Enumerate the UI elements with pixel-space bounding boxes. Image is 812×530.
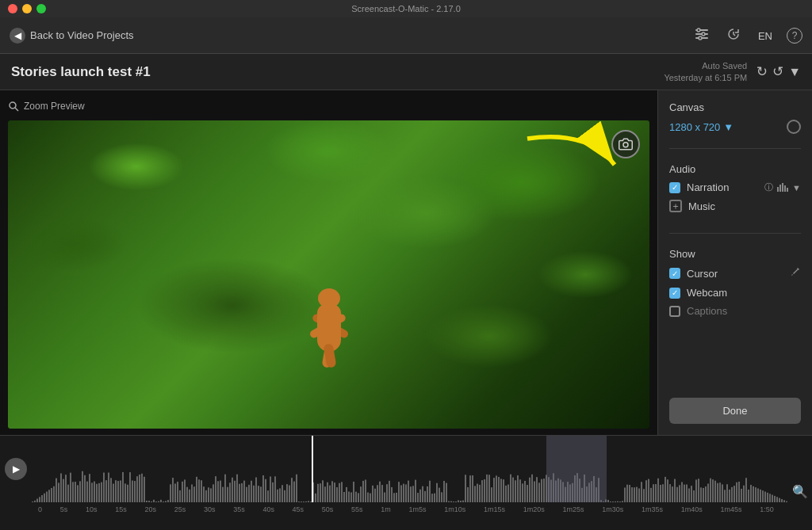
- divider-1: [669, 148, 801, 149]
- narration-row: Narration ⓘ ▼: [669, 181, 801, 193]
- project-title: Stories launch test #1: [11, 64, 151, 80]
- ruler-mark: 40s: [262, 505, 274, 513]
- cursor-edit: [790, 266, 801, 280]
- music-label: Music: [688, 200, 801, 212]
- canvas-size-label: 1280 x 720: [669, 121, 720, 133]
- timeline-highlight: [546, 436, 607, 502]
- captions-row: Captions: [669, 305, 801, 317]
- cursor-row: Cursor: [669, 266, 801, 280]
- project-header-right: Auto Saved Yesterday at 6:15 PM ↺ ↺ ▼: [664, 60, 801, 83]
- ruler-mark: 1m45s: [720, 505, 741, 513]
- svg-point-5: [699, 36, 702, 40]
- ruler-mark: 1m10s: [444, 505, 465, 513]
- canvas-section: Canvas 1280 x 720 ▼: [669, 101, 801, 134]
- ruler-mark: 10s: [86, 505, 98, 513]
- back-button[interactable]: ◀ Back to Video Projects: [10, 28, 134, 44]
- waveform-track[interactable]: [32, 436, 788, 502]
- cursor-checkbox[interactable]: [669, 268, 680, 279]
- cursor-label: Cursor: [687, 268, 783, 280]
- show-section: Show Cursor Webcam: [669, 248, 801, 323]
- done-button[interactable]: Done: [669, 398, 801, 424]
- video-preview: [8, 120, 649, 429]
- captions-label: Captions: [687, 305, 801, 317]
- narration-dropdown-button[interactable]: ▼: [792, 183, 801, 193]
- narration-label: Narration: [687, 181, 758, 193]
- webcam-checkbox[interactable]: [669, 288, 680, 299]
- help-button[interactable]: ?: [787, 28, 802, 44]
- redo-button[interactable]: ↺: [772, 63, 783, 80]
- svg-line-7: [15, 108, 18, 111]
- video-background: [8, 120, 649, 429]
- canvas-row: 1280 x 720 ▼: [669, 120, 801, 134]
- ruler-mark: 1m40s: [681, 505, 703, 513]
- canvas-size-button[interactable]: 1280 x 720 ▼: [669, 121, 733, 133]
- ruler-mark: 1m: [381, 505, 391, 513]
- camera-icon-button[interactable]: [611, 130, 640, 158]
- history-icon[interactable]: [723, 24, 744, 48]
- ruler-mark: 1m20s: [523, 505, 545, 513]
- play-icon: ▶: [13, 463, 20, 475]
- undo-redo-controls: ↺ ↺ ▼: [756, 63, 801, 80]
- music-add-icon[interactable]: ＋: [669, 200, 682, 212]
- minimize-button[interactable]: [22, 4, 32, 13]
- ruler-mark: 55s: [351, 505, 363, 513]
- timeline: ▶ 🔍 05s10s15s20s25s30s35s40s45s50s55s1m1…: [0, 435, 812, 530]
- auto-saved-info: Auto Saved Yesterday at 6:15 PM: [664, 60, 747, 83]
- play-control: ▶: [0, 436, 32, 502]
- music-row: ＋ Music: [669, 200, 801, 212]
- svg-rect-10: [777, 187, 779, 192]
- camera-icon: [619, 137, 633, 151]
- divider-2: [669, 233, 801, 234]
- ruler-mark: 50s: [322, 505, 334, 513]
- maximize-button[interactable]: [36, 4, 46, 13]
- ruler-mark: 35s: [233, 505, 245, 513]
- video-content: [305, 257, 353, 352]
- ruler-mark: 15s: [115, 505, 127, 513]
- cursor-edit-button[interactable]: [790, 266, 801, 280]
- title-bar: Screencast-O-Matic - 2.17.0: [0, 0, 812, 17]
- narration-levels-button[interactable]: [777, 182, 788, 193]
- auto-saved-label: Auto Saved: [664, 60, 747, 71]
- video-area: Zoom Preview: [0, 90, 657, 435]
- ruler-mark: 0: [38, 505, 42, 513]
- main-content: Zoom Preview: [0, 90, 812, 435]
- svg-rect-12: [782, 183, 783, 192]
- header-dropdown-button[interactable]: ▼: [788, 65, 801, 79]
- svg-rect-13: [784, 185, 786, 192]
- ruler-mark: 1m25s: [562, 505, 584, 513]
- auto-saved-timestamp: Yesterday at 6:15 PM: [664, 72, 747, 83]
- zoom-preview-label: Zoom Preview: [24, 101, 85, 112]
- settings-icon[interactable]: [691, 24, 712, 48]
- svg-rect-14: [787, 188, 788, 192]
- toolbar: ◀ Back to Video Projects EN ?: [0, 17, 812, 54]
- ruler-mark: 1m35s: [642, 505, 663, 513]
- timeline-track-area: ▶ 🔍: [0, 436, 812, 502]
- narration-info-button[interactable]: ⓘ: [764, 181, 773, 193]
- canvas-circle-toggle[interactable]: [787, 120, 801, 134]
- timeline-search-button[interactable]: 🔍: [792, 484, 808, 499]
- zoom-preview-bar: Zoom Preview: [8, 97, 649, 116]
- undo-button[interactable]: ↺: [756, 63, 768, 80]
- language-selector[interactable]: EN: [755, 25, 776, 46]
- timeline-ruler: 05s10s15s20s25s30s35s40s45s50s55s1m1m5s1…: [0, 502, 812, 517]
- back-label: Back to Video Projects: [30, 29, 134, 41]
- ruler-mark: 1:50: [760, 505, 774, 513]
- ruler-mark: 1m30s: [602, 505, 623, 513]
- captions-checkbox[interactable]: [669, 306, 680, 317]
- svg-point-9: [623, 143, 628, 147]
- timeline-search: 🔍: [788, 436, 812, 502]
- narration-icons: ⓘ ▼: [764, 181, 801, 193]
- project-header: Stories launch test #1 Auto Saved Yester…: [0, 54, 812, 90]
- ruler-marks: 05s10s15s20s25s30s35s40s45s50s55s1m1m5s1…: [38, 505, 806, 513]
- play-button[interactable]: ▶: [5, 458, 27, 480]
- svg-point-3: [697, 29, 700, 32]
- window-controls[interactable]: [8, 4, 46, 13]
- canvas-dropdown-icon: ▼: [723, 121, 733, 133]
- close-button[interactable]: [8, 4, 17, 13]
- back-icon: ◀: [10, 28, 25, 44]
- cursor-edit-icon: [790, 266, 801, 277]
- svg-point-6: [10, 102, 16, 109]
- audio-section: Audio Narration ⓘ ▼: [669, 163, 801, 219]
- waveform-canvas: [32, 436, 788, 502]
- narration-checkbox[interactable]: [669, 182, 680, 193]
